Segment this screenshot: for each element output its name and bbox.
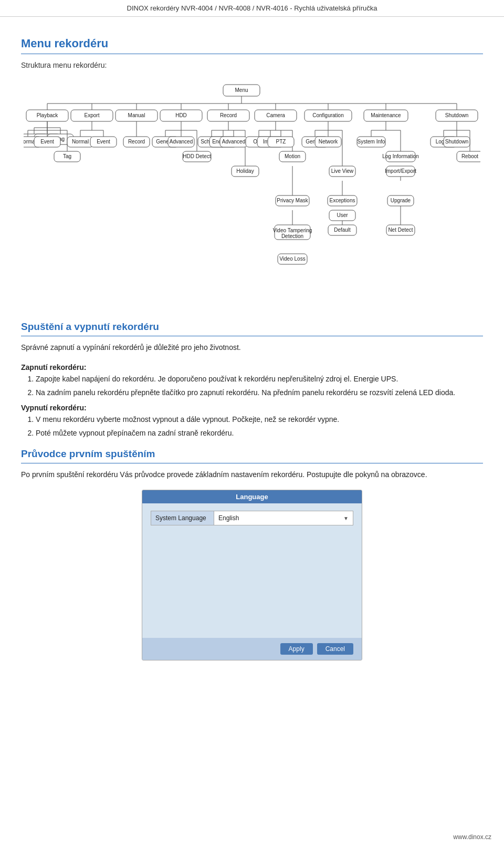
node-e-event: Event [90,137,117,147]
svg-text:Tag: Tag [63,153,71,159]
node-h-hdddetect: HDD Detect [183,151,211,162]
section1-title: Menu rekordéru [21,37,483,50]
svg-text:Net Detect: Net Detect [388,227,413,233]
node-maint-upgrade: Upgrade [387,195,414,206]
svg-text:HDD Detect: HDD Detect [183,153,211,159]
node-r-advanced: Advanced [220,137,247,147]
vypnuti-step-2: Poté můžete vypnout přepínačem na zadní … [36,428,483,439]
zapnuti-label: Zapnutí rekordéru: [21,363,483,371]
svg-text:Upgrade: Upgrade [391,198,411,203]
svg-text:Maintenance: Maintenance [371,112,401,118]
svg-text:Video Loss: Video Loss [279,256,305,262]
svg-text:Normal: Normal [72,139,89,144]
screenshot-row: System Language English ▼ [151,511,353,525]
node-c-privacymask: Privacy Mask [276,195,309,206]
zapnuti-step-2: Na zadním panelu rekordéru přepněte tlač… [36,387,483,398]
svg-text:Live View: Live View [331,168,354,174]
header-title: DINOX rekordéry NVR-4004 / NVR-4008 / NV… [127,4,377,12]
svg-text:Import/Export: Import/Export [385,168,416,174]
screenshot-spacer [151,525,353,631]
divider3 [21,463,483,463]
section3-intro: Po prvním spuštění rekordéru Vás průvodc… [21,469,483,480]
menu-svg: Menu Playback Export [24,80,480,306]
node-manual: Manual [116,110,158,121]
apply-button[interactable]: Apply [280,643,313,655]
svg-text:HDD: HDD [175,112,187,118]
node-record: Record [207,110,249,121]
svg-text:Advanced: Advanced [170,139,193,144]
vypnuti-step-1: V menu rekordéru vyberte možnost vypnout… [36,414,483,425]
node-h-advanced: Advanced [168,137,194,147]
section3-title: Průvodce prvním spuštěním [21,448,483,460]
node-configuration: Configuration [304,110,352,121]
node-r-holiday: Holiday [232,166,259,177]
node-c-videotamper: Video Tampering Detection [273,225,312,240]
dropdown-arrow-icon: ▼ [343,515,349,521]
node-maintenance: Maintenance [364,110,408,121]
node-hdd: HDD [160,110,202,121]
svg-text:Record: Record [220,112,237,118]
node-s-reboot: Reboot [457,151,480,162]
node-menu: Menu [223,85,260,96]
screenshot-title: Language [142,490,362,503]
svg-text:PTZ: PTZ [276,139,286,144]
page-header: DINOX rekordéry NVR-4004 / NVR-4008 / NV… [0,0,504,17]
vypnuti-label: Vypnutí rekordéru: [21,404,483,412]
cancel-button[interactable]: Cancel [317,643,353,655]
svg-text:Event: Event [97,139,110,144]
node-c-videoloss: Video Loss [278,254,307,264]
section2-intro: Správné zapnutí a vypínání rekordérů je … [21,342,483,353]
screenshot-content: System Language English ▼ [142,503,362,638]
node-maint-netdetect: Net Detect [386,225,415,235]
screenshot-value: English ▼ [214,511,353,525]
language-screenshot: Language System Language English ▼ Apply… [142,490,362,660]
node-c-motion: Motion [279,151,306,162]
svg-text:Network: Network [319,139,339,144]
zapnuti-list: Zapojte kabel napájení do rekordéru. Je … [36,374,483,398]
svg-text:Event: Event [40,139,54,144]
svg-text:Video Tampering: Video Tampering [273,228,312,233]
svg-text:Manual: Manual [128,112,145,118]
node-s-shutdown: Shutdown [444,137,470,147]
zapnuti-step-1: Zapojte kabel napájení do rekordéru. Je … [36,374,483,385]
svg-text:Record: Record [128,139,145,144]
section2-title: Spuštění a vypnutí rekordéru [21,321,483,333]
node-cfg-exceptions: Exceptions [328,195,357,206]
node-playback: Playback [26,110,68,121]
svg-text:Menu: Menu [235,87,248,93]
node-e-normal: Normal [67,137,93,147]
node-cfg-default: Default [328,225,356,235]
node-camera: Camera [255,110,297,121]
node-cfg-liveview: Live View [329,166,355,177]
svg-text:Log Information: Log Information [382,153,419,159]
svg-text:Reboot: Reboot [461,153,478,159]
svg-text:Exceptions: Exceptions [330,198,355,203]
node-cfg-network: Network [315,137,341,147]
svg-text:Export: Export [85,112,100,118]
svg-text:Advanced: Advanced [222,139,245,144]
footer-url: www.dinox.cz [453,833,491,841]
svg-text:Privacy Mask: Privacy Mask [277,198,308,203]
svg-text:Default: Default [334,227,351,233]
screenshot-label: System Language [151,511,214,525]
menu-diagram: Menu Playback Export [21,80,483,306]
svg-text:Playback: Playback [37,112,59,118]
node-shutdown: Shutdown [436,110,478,121]
section1-subtitle: Struktura menu rekordéru: [21,59,483,71]
svg-text:System Info: System Info [358,139,385,144]
svg-text:Holiday: Holiday [236,168,254,174]
node-p-event: Event [34,137,60,147]
divider2 [21,336,483,336]
node-cfg-user: User [329,210,355,221]
node-maint-sysinfo: System Info [357,137,385,147]
svg-text:Camera: Camera [266,112,285,118]
screenshot-value-text: English [218,514,239,522]
svg-text:Motion: Motion [285,153,300,159]
divider1 [21,54,483,54]
node-maint-importexport: Import/Export [385,166,416,177]
svg-text:Configuration: Configuration [312,112,343,118]
node-export: Export [71,110,113,121]
vypnuti-list: V menu rekordéru vyberte možnost vypnout… [36,414,483,439]
screenshot-footer: Apply Cancel [142,638,362,660]
node-maint-loginfo: Log Information [382,151,419,162]
